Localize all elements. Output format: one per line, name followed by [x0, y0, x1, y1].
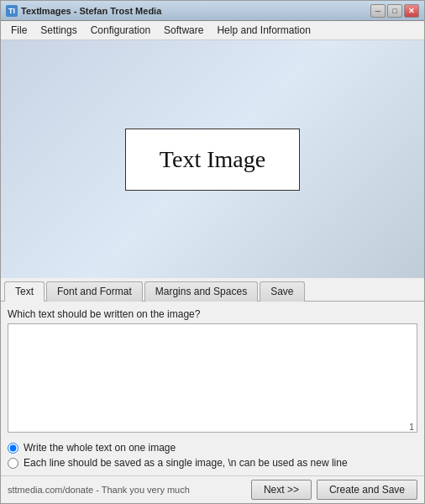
title-bar: TI TextImages - Stefan Trost Media ─ □ ✕: [1, 1, 424, 21]
radio-whole-input[interactable]: [8, 443, 18, 454]
preview-area: Text Image: [1, 40, 424, 278]
menu-software[interactable]: Software: [157, 23, 210, 38]
textarea-wrapper: 1: [8, 323, 417, 435]
radio-whole-label: Write the whole text on one image: [24, 442, 176, 454]
window-title: TextImages - Stefan Trost Media: [21, 6, 161, 16]
tab-margins-spaces[interactable]: Margins and Spaces: [144, 281, 258, 302]
maximize-button[interactable]: □: [387, 4, 402, 18]
create-save-button[interactable]: Create and Save: [317, 480, 417, 500]
char-count: 1: [409, 422, 414, 432]
radio-group: Write the whole text on one image Each l…: [8, 442, 417, 469]
radio-each-line[interactable]: Each line should be saved as a single im…: [8, 457, 417, 469]
tab-question: Which text should be written on the imag…: [8, 308, 417, 320]
tab-font-format[interactable]: Font and Format: [46, 281, 143, 302]
tabs-row: Text Font and Format Margins and Spaces …: [1, 278, 424, 302]
tab-save[interactable]: Save: [260, 281, 304, 302]
app-window: TI TextImages - Stefan Trost Media ─ □ ✕…: [0, 0, 425, 504]
close-button[interactable]: ✕: [404, 4, 419, 18]
radio-each-line-input[interactable]: [8, 458, 18, 469]
preview-image-box: Text Image: [125, 129, 300, 191]
tabs-section: Text Font and Format Margins and Spaces …: [1, 278, 424, 475]
radio-each-line-label: Each line should be saved as a single im…: [24, 457, 348, 469]
next-button[interactable]: Next >>: [251, 480, 312, 500]
bottom-bar: sttmedia.com/donate - Thank you very muc…: [1, 475, 424, 503]
preview-text: Text Image: [160, 146, 265, 172]
minimize-button[interactable]: ─: [370, 4, 386, 18]
menu-settings[interactable]: Settings: [34, 23, 83, 38]
app-icon: TI: [6, 5, 18, 17]
menu-configuration[interactable]: Configuration: [84, 23, 157, 38]
tab-text[interactable]: Text: [4, 281, 45, 302]
text-input[interactable]: [8, 323, 417, 433]
title-bar-left: TI TextImages - Stefan Trost Media: [6, 5, 161, 17]
title-bar-buttons: ─ □ ✕: [370, 4, 419, 18]
menu-help[interactable]: Help and Information: [210, 23, 317, 38]
status-text: sttmedia.com/donate - Thank you very muc…: [8, 485, 190, 495]
bottom-buttons: Next >> Create and Save: [251, 480, 417, 500]
menu-bar: File Settings Configuration Software Hel…: [1, 21, 424, 40]
radio-whole-text[interactable]: Write the whole text on one image: [8, 442, 417, 454]
menu-file[interactable]: File: [4, 23, 34, 38]
tab-text-content: Which text should be written on the imag…: [1, 302, 424, 475]
